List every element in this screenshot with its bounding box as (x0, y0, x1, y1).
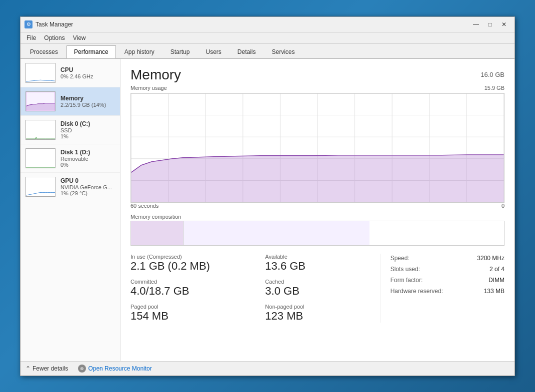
svg-rect-4 (26, 120, 55, 139)
sidebar-item-gpu0[interactable]: GPU 0 NVIDIA GeForce G...1% (29 °C) (20, 173, 120, 201)
sidebar-item-disk1[interactable]: Disk 1 (D:) Removable0% (20, 144, 120, 173)
non-paged-pool-label: Non-paged pool (265, 304, 380, 310)
hw-reserved-label: Hardware reserved: (390, 288, 443, 295)
fewer-details-button[interactable]: ⌃ Fewer details (26, 365, 68, 372)
chart-max: 15.9 GB (484, 85, 504, 92)
cached-label: Cached (265, 279, 380, 285)
task-manager-window: ⚙ Task Manager — □ ✕ File Options View P… (20, 16, 515, 376)
page-title: Memory (130, 67, 181, 83)
tab-performance[interactable]: Performance (66, 45, 116, 58)
disk0-thumbnail (26, 120, 56, 140)
slots-value: 2 of 4 (490, 266, 504, 273)
gpu0-label: GPU 0 NVIDIA GeForce G...1% (29 °C) (60, 177, 115, 196)
stats-right: Speed: 3200 MHz Slots used: 2 of 4 Form … (380, 254, 504, 323)
cpu-label: CPU 0% 2.46 GHz (60, 66, 115, 79)
tab-users[interactable]: Users (198, 45, 228, 58)
disk0-label: Disk 0 (C:) SSD1% (60, 120, 115, 139)
memory-chart (130, 93, 504, 203)
paged-pool-value: 154 MB (130, 310, 255, 323)
maximize-button[interactable]: □ (484, 20, 496, 29)
tab-startup[interactable]: Startup (163, 45, 198, 58)
comp-standby (183, 221, 370, 245)
title-bar: ⚙ Task Manager — □ ✕ (20, 17, 514, 32)
tab-processes[interactable]: Processes (22, 45, 66, 58)
chart-time-labels: 60 seconds 0 (130, 203, 504, 209)
resource-monitor-icon: ⊗ (78, 365, 86, 373)
speed-label: Speed: (390, 255, 410, 262)
gpu0-thumbnail (26, 177, 56, 197)
stats-middle: Available 13.6 GB Cached 3.0 GB Non-page… (255, 254, 380, 323)
menu-bar: File Options View (20, 32, 514, 44)
minimize-button[interactable]: — (470, 20, 482, 29)
comp-free (370, 221, 504, 245)
stat-paged-pool: Paged pool 154 MB (130, 304, 255, 323)
content-area: CPU 0% 2.46 GHz Memory 2.2/15.9 GB (14% (20, 59, 514, 361)
comp-in-use (131, 221, 183, 245)
close-button[interactable]: ✕ (498, 20, 510, 29)
speed-value: 3200 MHz (477, 255, 504, 262)
in-use-label: In use (Compressed) (130, 254, 255, 260)
tab-app-history[interactable]: App history (117, 45, 162, 58)
detail-slots: Slots used: 2 of 4 (390, 265, 504, 274)
svg-marker-22 (131, 154, 504, 202)
sidebar-item-cpu[interactable]: CPU 0% 2.46 GHz (20, 59, 120, 87)
disk1-label: Disk 1 (D:) Removable0% (60, 149, 115, 168)
stat-committed: Committed 4.0/18.7 GB (130, 279, 255, 298)
committed-label: Committed (130, 279, 255, 285)
detail-speed: Speed: 3200 MHz (390, 254, 504, 263)
stats-left: In use (Compressed) 2.1 GB (0.2 MB) Comm… (130, 254, 255, 323)
svg-rect-5 (26, 149, 55, 168)
open-resource-monitor-button[interactable]: ⊗ Open Resource Monitor (78, 365, 152, 373)
total-memory: 16.0 GB (480, 67, 504, 78)
stat-cached: Cached 3.0 GB (265, 279, 380, 298)
stats-grid: In use (Compressed) 2.1 GB (0.2 MB) Comm… (130, 254, 504, 323)
in-use-value: 2.1 GB (0.2 MB) (130, 260, 255, 273)
disk1-sub: Removable0% (60, 156, 115, 168)
stat-in-use: In use (Compressed) 2.1 GB (0.2 MB) (130, 254, 255, 273)
disk1-thumbnail (26, 148, 56, 168)
window-title: Task Manager (36, 21, 470, 28)
detail-form-factor: Form factor: DIMM (390, 276, 504, 285)
disk0-sub: SSD1% (60, 127, 115, 139)
window-controls: — □ ✕ (470, 20, 510, 29)
cached-value: 3.0 GB (265, 285, 380, 298)
composition-bar (130, 221, 504, 246)
svg-rect-6 (26, 177, 55, 196)
available-label: Available (265, 254, 380, 260)
svg-rect-0 (26, 63, 55, 82)
stat-available: Available 13.6 GB (265, 254, 380, 273)
non-paged-pool-value: 123 MB (265, 310, 380, 323)
time-right: 0 (502, 203, 504, 209)
detail-hw-reserved: Hardware reserved: 133 MB (390, 287, 504, 296)
chevron-up-icon: ⌃ (26, 365, 30, 372)
time-left: 60 seconds (130, 203, 158, 209)
form-factor-value: DIMM (488, 277, 504, 284)
paged-pool-label: Paged pool (130, 304, 255, 310)
menu-file[interactable]: File (22, 33, 40, 42)
usage-label: Memory usage (130, 85, 167, 91)
sidebar-item-memory[interactable]: Memory 2.2/15.9 GB (14%) (20, 87, 120, 116)
memory-label: Memory 2.2/15.9 GB (14%) (60, 95, 115, 108)
committed-value: 4.0/18.7 GB (130, 285, 255, 298)
slots-label: Slots used: (390, 266, 420, 273)
hw-reserved-value: 133 MB (484, 288, 504, 295)
menu-view[interactable]: View (69, 33, 90, 42)
memory-header: Memory 16.0 GB (130, 67, 504, 83)
cpu-thumbnail (26, 63, 56, 83)
stat-non-paged-pool: Non-paged pool 123 MB (265, 304, 380, 323)
footer: ⌃ Fewer details ⊗ Open Resource Monitor (20, 361, 514, 376)
sidebar: CPU 0% 2.46 GHz Memory 2.2/15.9 GB (14% (20, 59, 120, 361)
available-value: 13.6 GB (265, 260, 380, 273)
tab-bar: Processes Performance App history Startu… (20, 44, 514, 59)
menu-options[interactable]: Options (40, 33, 68, 42)
memory-thumbnail (26, 91, 56, 111)
tab-services[interactable]: Services (264, 45, 302, 58)
gpu0-sub: NVIDIA GeForce G...1% (29 °C) (60, 184, 115, 196)
form-factor-label: Form factor: (390, 277, 423, 284)
composition-label: Memory composition (130, 214, 504, 220)
main-panel: Memory 16.0 GB Memory usage 15.9 GB (120, 59, 514, 361)
tab-details[interactable]: Details (230, 45, 264, 58)
app-icon: ⚙ (24, 20, 32, 28)
sidebar-item-disk0[interactable]: Disk 0 (C:) SSD1% (20, 116, 120, 144)
